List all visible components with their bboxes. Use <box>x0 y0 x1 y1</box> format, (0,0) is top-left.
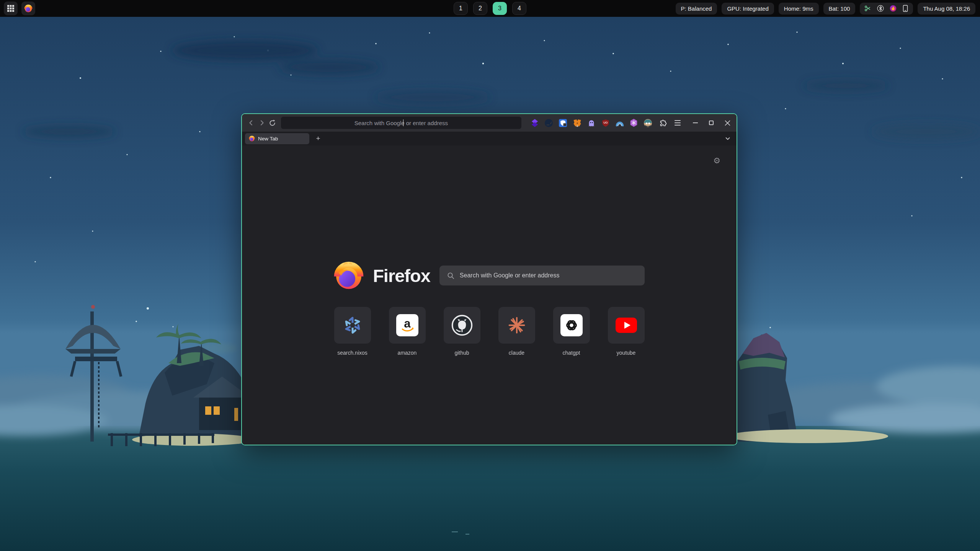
workspace-3-active[interactable]: 3 <box>493 2 507 15</box>
tab-favicon-firefox <box>249 135 255 142</box>
shortcut-chatgpt[interactable]: chatgpt <box>553 307 590 356</box>
shortcut-search-nixos[interactable]: search.nixos <box>334 307 371 356</box>
extension-bitwarden-icon[interactable] <box>558 118 568 128</box>
shortcut-label: amazon <box>398 350 417 356</box>
newtab-settings-gear-icon[interactable]: ⚙ <box>713 156 720 165</box>
shortcut-amazon[interactable]: a amazon <box>389 307 426 356</box>
minimize-button[interactable] <box>690 117 701 128</box>
workspace-switcher: 1 2 3 4 <box>454 2 526 15</box>
bluetooth-icon[interactable] <box>877 5 884 12</box>
gpu-status: GPU: Integrated <box>722 3 774 15</box>
newtab-hero: Firefox Search with Google or enter addr… <box>242 261 737 290</box>
extension-gem-icon[interactable] <box>530 118 540 128</box>
shortcut-github[interactable]: github <box>444 307 480 356</box>
youtube-play-icon <box>615 317 637 334</box>
window-controls <box>690 117 733 128</box>
new-tab-page: ⚙ Firefox Search with Google or enter ad… <box>242 145 737 445</box>
browser-toolbar: Search with Google or enter address <box>242 114 737 132</box>
nixos-snowflake-icon <box>343 315 363 335</box>
workspace-1[interactable]: 1 <box>454 2 468 15</box>
shortcut-label: search.nixos <box>337 350 368 356</box>
svg-text:UO: UO <box>603 121 608 124</box>
github-octocat-icon <box>451 314 473 336</box>
app-launcher-button[interactable] <box>4 2 18 15</box>
new-tab-button[interactable]: + <box>312 133 324 144</box>
maximize-button[interactable] <box>706 117 717 128</box>
shortcut-claude[interactable]: claude <box>498 307 535 356</box>
flame-icon[interactable] <box>889 5 897 12</box>
top-status-bar: 1 2 3 4 P: Balanced GPU: Integrated Home… <box>0 0 980 17</box>
newtab-search-field[interactable]: Search with Google or enter address <box>439 266 645 285</box>
newtab-search-placeholder: Search with Google or enter address <box>460 272 560 279</box>
firefox-logo <box>334 261 364 290</box>
battery-status: Bat: 100 <box>823 3 856 15</box>
extension-arc-icon[interactable] <box>615 118 625 128</box>
firefox-launcher-button[interactable] <box>21 2 35 15</box>
tab-title: New Tab <box>258 136 278 142</box>
ping-status: Home: 9ms <box>779 3 819 15</box>
svg-text:a: a <box>404 317 411 330</box>
power-profile-status: P: Balanced <box>676 3 717 15</box>
forward-button[interactable] <box>256 117 267 129</box>
url-bar[interactable]: Search with Google or enter address <box>281 117 521 129</box>
phone-icon[interactable] <box>902 5 909 12</box>
amazon-icon: a <box>396 314 418 336</box>
extension-avatar-icon[interactable] <box>643 118 653 128</box>
shortcut-label: github <box>454 350 469 356</box>
tab-bar: New Tab + <box>242 132 737 145</box>
extension-metamask-icon[interactable] <box>572 118 582 128</box>
shortcut-label: claude <box>509 350 524 356</box>
clock: Thu Aug 08, 18:26 <box>918 3 975 15</box>
openai-knot-icon <box>560 314 583 336</box>
workspace-4[interactable]: 4 <box>512 2 526 15</box>
firefox-wordmark: Firefox <box>373 265 430 286</box>
shortcut-label: youtube <box>617 350 636 356</box>
hamburger-menu-button[interactable] <box>672 117 683 129</box>
shortcut-label: chatgpt <box>563 350 580 356</box>
tab-new-tab[interactable]: New Tab <box>245 133 309 144</box>
extensions-puzzle-button[interactable] <box>658 118 668 128</box>
list-tabs-chevron-icon[interactable] <box>722 135 733 142</box>
shortcut-youtube[interactable]: youtube <box>608 307 645 356</box>
firefox-icon <box>24 4 33 13</box>
extension-toolbar: UO <box>530 118 653 128</box>
text-caret <box>403 119 404 126</box>
extension-ghostery-icon[interactable] <box>586 118 596 128</box>
claude-starburst-icon <box>507 315 527 335</box>
back-button[interactable] <box>246 117 256 129</box>
firefox-window: Search with Google or enter address <box>241 113 737 445</box>
extension-ublock-icon[interactable]: UO <box>601 118 611 128</box>
close-button[interactable] <box>722 117 733 128</box>
workspace-2[interactable]: 2 <box>473 2 487 15</box>
app-grid-icon <box>7 5 14 12</box>
search-icon <box>447 272 454 279</box>
reload-button[interactable] <box>267 117 278 129</box>
extension-hexflake-icon[interactable] <box>629 118 639 128</box>
system-tray <box>860 3 913 15</box>
extension-swoosh-icon[interactable] <box>544 118 554 128</box>
urlbar-placeholder: Search with Google or enter address <box>354 120 448 126</box>
scissors-icon[interactable] <box>864 5 872 12</box>
shortcut-tiles: search.nixos a amazon <box>242 307 737 356</box>
